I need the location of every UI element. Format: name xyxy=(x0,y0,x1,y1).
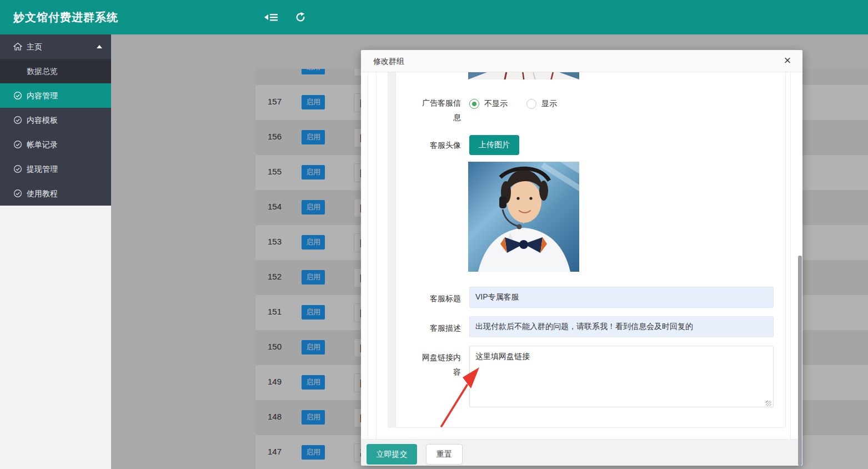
sidebar: 主页 数据总览 内容管理 内容模板 帐单记录 提现管理 使用教程 xyxy=(0,34,111,469)
app-root: 妙文馆付费进群系统 主页 数据总览 内容管理 内容模板 xyxy=(0,0,868,469)
sidebar-item-label: 使用教程 xyxy=(27,181,58,206)
radio-label: 显示 xyxy=(541,99,557,109)
app-title: 妙文馆付费进群系统 xyxy=(13,0,118,34)
upload-image-button[interactable]: 上传图片 xyxy=(469,135,519,155)
home-icon xyxy=(13,42,22,51)
modal-header: 修改群组 × xyxy=(361,50,802,72)
close-icon[interactable]: × xyxy=(780,50,795,72)
submit-button[interactable]: 立即提交 xyxy=(367,444,417,465)
service-title-label: 客服标题 xyxy=(418,291,461,306)
sidebar-item-label: 内容管理 xyxy=(27,83,58,108)
panel-divider xyxy=(368,72,368,439)
photo-fragment xyxy=(468,72,579,79)
service-desc-label: 客服描述 xyxy=(418,321,461,335)
sidebar-item-label: 提现管理 xyxy=(27,157,58,181)
check-badge-icon xyxy=(13,91,22,100)
sidebar-item-tutorial[interactable]: 使用教程 xyxy=(0,181,111,206)
radio-label: 不显示 xyxy=(484,99,508,109)
sidebar-item-bill-records[interactable]: 帐单记录 xyxy=(0,132,111,157)
modal-scrollbar-thumb[interactable] xyxy=(798,256,802,466)
check-badge-icon xyxy=(13,116,22,124)
sidebar-item-withdraw-manage[interactable]: 提现管理 xyxy=(0,157,111,181)
sidebar-item-home[interactable]: 主页 xyxy=(0,34,111,59)
modal-footer: 立即提交 重置 xyxy=(361,439,802,466)
panel-divider xyxy=(376,72,377,439)
avatar-label: 客服头像 xyxy=(418,138,461,152)
ad-service-label: 广告客服信息 xyxy=(418,96,461,124)
customer-service-photo xyxy=(468,162,579,272)
check-badge-icon xyxy=(13,164,22,173)
edit-group-modal: 修改群组 × 广告客服信息 xyxy=(361,50,802,466)
netdisk-textarea[interactable] xyxy=(469,346,774,407)
ad-service-radio-group: 不显示 显示 xyxy=(469,99,557,109)
netdisk-label: 网盘链接内容 xyxy=(418,350,461,379)
sidebar-item-label: 帐单记录 xyxy=(27,132,58,157)
panel-divider xyxy=(790,72,791,439)
modal-title: 修改群组 xyxy=(373,50,404,72)
radio-dot-icon xyxy=(469,99,479,109)
radio-show[interactable]: 显示 xyxy=(526,99,557,109)
service-desc-input[interactable] xyxy=(469,316,774,337)
reset-button[interactable]: 重置 xyxy=(426,444,463,465)
chevron-up-icon xyxy=(97,45,102,48)
sidebar-item-data-overview[interactable]: 数据总览 xyxy=(0,59,111,83)
top-bar: 妙文馆付费进群系统 xyxy=(0,0,868,34)
modal-body: 广告客服信息 不显示 显示 客服头像 上传图片 xyxy=(361,72,802,439)
sidebar-item-label: 内容模板 xyxy=(27,108,58,132)
sidebar-item-content-template[interactable]: 内容模板 xyxy=(0,108,111,132)
collapse-menu-icon[interactable] xyxy=(264,12,279,23)
check-badge-icon xyxy=(13,140,22,149)
check-badge-icon xyxy=(13,189,22,198)
service-title-input[interactable] xyxy=(469,287,774,308)
resize-handle-icon[interactable] xyxy=(766,401,771,406)
sidebar-item-label: 主页 xyxy=(27,34,42,59)
refresh-icon[interactable] xyxy=(295,12,306,23)
sidebar-item-content-manage[interactable]: 内容管理 xyxy=(0,83,111,108)
panel-gutter xyxy=(388,72,395,428)
radio-hide[interactable]: 不显示 xyxy=(469,99,508,109)
sidebar-item-label: 数据总览 xyxy=(27,59,58,83)
radio-dot-icon xyxy=(526,99,536,109)
